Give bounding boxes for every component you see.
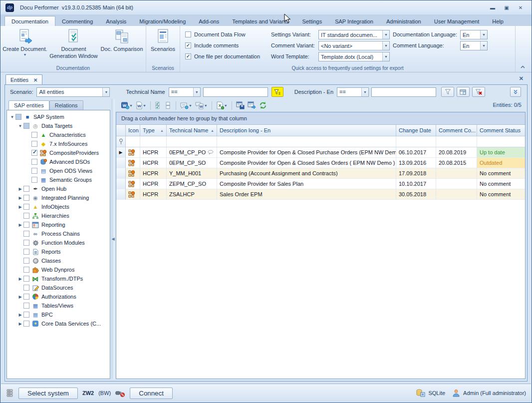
tree-checkbox[interactable] (23, 267, 29, 273)
sidebar-item-compositeproviders[interactable]: CompositeProviders (7, 148, 110, 157)
filter-cell[interactable] (140, 136, 167, 147)
tree-checkbox[interactable] (23, 249, 29, 255)
document-generation-window-button[interactable]: Document Generation Window (47, 27, 100, 64)
tree-checkbox[interactable] (23, 276, 29, 282)
tree-checkbox[interactable] (23, 186, 29, 192)
tree-checkbox[interactable] (31, 177, 37, 183)
ribbon-tab-migration-modeling[interactable]: Migration/Modeling (133, 16, 192, 26)
sidebar-item-authorizations[interactable]: ▶ Authorizations (7, 292, 110, 301)
document-data-flow-checkbox[interactable]: Document Data Flow (185, 30, 246, 39)
sidebar-item-tables-views[interactable]: ▦ Tables/Views (7, 301, 110, 310)
tree-checkbox[interactable] (23, 213, 29, 219)
scenario-select[interactable]: All entities ▼ (36, 87, 110, 97)
expand-arrow-icon[interactable]: ▶ (17, 313, 23, 317)
table-row[interactable]: HCPR ZEPM_CP_SO Composite Provider for S… (116, 179, 525, 189)
tree-checkbox[interactable] (23, 294, 29, 300)
clear-filter-button[interactable] (472, 87, 485, 97)
close-tab-icon[interactable]: ✕ (33, 77, 37, 83)
tab-entities[interactable]: Entities ✕ (5, 74, 42, 84)
table-row[interactable]: HCPR ZSALHCP Sales Order EPM 30.05.2018 … (116, 189, 525, 200)
ribbon-tab-analysis[interactable]: Analysis (99, 16, 133, 26)
expand-arrow-icon[interactable]: ▶ (17, 187, 23, 191)
table-row[interactable]: HCPR Y_MM_H001 Purchasing (Account Assig… (116, 168, 525, 179)
save-layout-button[interactable] (235, 100, 246, 110)
table-row[interactable]: ▶ HCPR 0EPM_CP_PO Composite Provider for… (116, 147, 525, 158)
refresh-button[interactable] (258, 100, 268, 110)
column-header-comment-date[interactable]: Comment Co... (436, 125, 477, 136)
sidebar-item-web-dynpros[interactable]: Web Dynpros (7, 265, 110, 274)
create-document-button[interactable]: Create Document. ▼ (2, 27, 47, 64)
sidebar-item-function-modules[interactable]: Function Modules (7, 238, 110, 247)
sidebar-item-semantic-groups[interactable]: ▦ Semantic Groups (7, 175, 110, 184)
select-system-button[interactable]: Select system (18, 388, 78, 399)
filter-cell[interactable] (436, 136, 477, 147)
export-word-button[interactable]: W ▼ (120, 100, 134, 110)
filter-cell[interactable] (167, 136, 217, 147)
tree-checkbox[interactable] (23, 123, 29, 129)
tree-checkbox[interactable] (23, 204, 29, 210)
ribbon-tab-commenting[interactable]: Commenting (55, 16, 99, 26)
comment-word-button[interactable]: W ▼ (194, 100, 209, 110)
column-header-description[interactable]: Description long - En (217, 125, 396, 136)
tree-checkbox[interactable] (23, 231, 29, 237)
ribbon-tab-administration[interactable]: Administration (380, 16, 428, 26)
close-button[interactable]: ✕ (514, 3, 528, 12)
ribbon-tab-user-management[interactable]: User Management (428, 16, 486, 26)
tree-checkbox[interactable] (23, 222, 29, 228)
include-comments-checkbox[interactable]: Include comments (185, 41, 239, 50)
settings-variant-select[interactable]: IT standard documen... ▼ (318, 30, 390, 39)
tree-checkbox[interactable] (23, 240, 29, 246)
documentation-language-select[interactable]: En ▼ (460, 30, 488, 39)
expand-arrow-icon[interactable]: ▶ (17, 295, 23, 299)
expand-arrow-icon[interactable]: ▼ (17, 124, 23, 128)
tree-checkbox[interactable] (31, 150, 37, 156)
column-header-change-date[interactable]: Change Date (396, 125, 436, 136)
column-header-technical-name[interactable]: Technical Name▲ (167, 125, 217, 136)
table-row[interactable]: HCPR 0EPM_CP_SO Composite Provider for O… (116, 158, 525, 168)
doc-comparison-button[interactable]: Doc. Comparison (100, 27, 144, 64)
maximize-button[interactable]: ▣ (500, 3, 514, 12)
tree-checkbox[interactable] (15, 114, 21, 120)
tree-checkbox[interactable] (23, 312, 29, 318)
description-operator-select[interactable]: == ▼ (337, 87, 369, 97)
comment-language-select[interactable]: En ▼ (460, 41, 488, 50)
sidebar-item-transform-dtps[interactable]: ▶ ⋈ Transform./DTPs (7, 274, 110, 283)
ribbon-tab-help[interactable]: Help (486, 16, 510, 26)
sidebar-item-process-chains[interactable]: ∞ Process Chains (7, 229, 110, 238)
sidebar-item-reporting[interactable]: ▶ Reporting (7, 220, 110, 229)
check-all-button[interactable] (153, 100, 163, 110)
word-document-button[interactable]: W ▼ (134, 100, 148, 110)
ribbon-tab-settings[interactable]: Settings (295, 16, 328, 26)
group-by-panel[interactable]: Drag a column header here to group by th… (116, 112, 525, 125)
expand-arrow-icon[interactable]: ▶ (17, 322, 23, 326)
expand-arrow-icon[interactable]: ▼ (9, 115, 15, 119)
connect-button[interactable]: Connect (130, 388, 173, 399)
sidebar-item-open-hub[interactable]: ▶ ✒ Open Hub (7, 184, 110, 193)
tree-checkbox[interactable] (23, 285, 29, 291)
panel-splitter[interactable]: ◀ (111, 99, 115, 379)
filter-cell[interactable] (396, 136, 436, 147)
scenarios-button[interactable]: Scenarios (148, 27, 178, 64)
sidebar-item-sap-system[interactable]: ▼ ■ SAP System (7, 112, 110, 121)
sidebar-item-open-ods-views[interactable]: ▤ Open ODS Views (7, 166, 110, 175)
tab-sap-entities[interactable]: SAP entities (8, 100, 49, 110)
tree-checkbox[interactable] (31, 132, 37, 138)
sidebar-item-characteristics[interactable]: ▲ Characteristics (7, 130, 110, 139)
sidebar-item-advanced-dsos[interactable]: Advanced DSOs (7, 157, 110, 166)
ribbon-tab-documentation[interactable]: Documentation (4, 16, 55, 26)
ribbon-tab-sap-integration[interactable]: SAP Integration (328, 16, 380, 26)
sidebar-item-bpc[interactable]: ▶ ▦ BPC (7, 310, 110, 319)
expand-arrow-icon[interactable]: ▶ (17, 205, 23, 209)
export-excel-button[interactable]: X ▼ (215, 100, 229, 110)
sidebar-item-hierarchies[interactable]: Hierarchies (7, 211, 110, 220)
word-template-select[interactable]: Template.dotx (Local) ▼ (318, 52, 390, 61)
apply-filter-button[interactable] (271, 87, 283, 97)
collapse-panel-icon[interactable]: ◀ (111, 237, 114, 241)
expand-arrow-icon[interactable]: ▶ (17, 196, 23, 200)
expand-arrow-icon[interactable]: ▶ (17, 277, 23, 281)
sidebar-item-classes[interactable]: Classes (7, 256, 110, 265)
ribbon-tab-add-ons[interactable]: Add-ons (192, 16, 226, 26)
sidebar-item-infoobjects[interactable]: ▶ ▲ InfoObjects (7, 202, 110, 211)
tree-checkbox[interactable] (23, 321, 29, 327)
tree-checkbox[interactable] (23, 258, 29, 264)
